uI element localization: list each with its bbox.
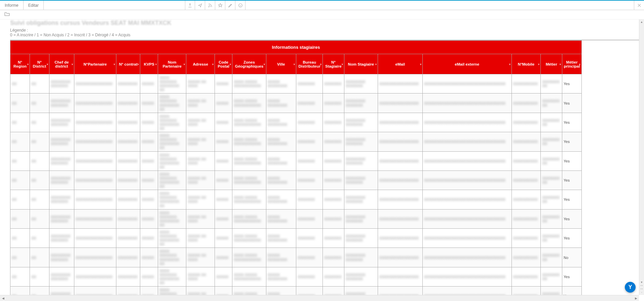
scroll-left-icon[interactable]: ◀ xyxy=(0,295,6,301)
share-icon[interactable] xyxy=(195,1,205,10)
column-header[interactable]: N° Region▾ xyxy=(10,54,30,74)
table-cell: XXXXXXXXXXXXXXX xyxy=(74,93,116,113)
star-icon[interactable] xyxy=(215,1,225,10)
vertical-scrollbar[interactable]: ▲ ▼ ˅˅˅˅ˇ xyxy=(639,20,644,295)
export-icon[interactable] xyxy=(185,1,195,10)
column-header[interactable]: Zones Géographiques▾ xyxy=(232,54,266,74)
table-cell: XXXX XXXXX XXXXXXXXXXX xyxy=(232,171,266,190)
close-icon[interactable] xyxy=(634,1,644,10)
table-cell: XXXXXXXXXXXXXXXX xyxy=(378,151,422,171)
table-row[interactable]: XXXXXXXXXXXX XXXXXXXXXXXXXXXXXXXXXXXXXXX… xyxy=(10,229,582,248)
table-cell: XXXXX xyxy=(140,209,158,228)
table-cell: XXXXXXX xyxy=(323,113,344,132)
column-header[interactable]: eMail externe▾ xyxy=(422,54,512,74)
sort-icon[interactable]: ▾ xyxy=(138,63,139,66)
folder-icon[interactable] xyxy=(3,10,11,20)
sort-icon[interactable]: ▾ xyxy=(230,63,231,66)
table-cell: XXXXXXXX XXXXXXX xyxy=(344,248,378,267)
sort-icon[interactable]: ▾ xyxy=(579,63,580,66)
column-header[interactable]: N°Partenaire▾ xyxy=(74,54,116,74)
sort-icon[interactable]: ▾ xyxy=(155,63,157,66)
table-cell: XXXXXXXXXX xyxy=(512,287,541,295)
table-row[interactable]: XXXXXXXXXXXX XXXXXXXXXXXXXXXXXXXXXXXXXXX… xyxy=(10,151,582,171)
table-row[interactable]: XXXXXXXXXXXX XXXXXXXXXXXXXXXXXXXXXXXXXXX… xyxy=(10,190,582,209)
sort-icon[interactable]: ▾ xyxy=(342,63,343,66)
table-cell: XXXXX XX XXXX xyxy=(186,151,215,171)
table-row[interactable]: XXXXXXXXXXXX XXXXXXXXXXXXXXXXXXXXXXXXXXX… xyxy=(10,171,582,190)
sort-icon[interactable]: ▾ xyxy=(212,63,214,66)
table-row[interactable]: XXXXXXXXXXXX XXXXXXXXXXXXXXXXXXXXXXXXXXX… xyxy=(10,209,582,228)
table-row[interactable]: XXXXXXXXXXXX XXXXXXXXXXXXXXXXXXXXXXXXXXX… xyxy=(10,267,582,286)
sort-icon[interactable]: ▾ xyxy=(294,63,295,66)
table-cell: XX xyxy=(10,287,30,295)
table-cell: XXXXX xyxy=(215,287,232,295)
sort-icon[interactable]: ▾ xyxy=(27,63,29,66)
sort-icon[interactable]: ▾ xyxy=(114,63,115,66)
sort-icon[interactable]: ▾ xyxy=(264,63,265,66)
column-header[interactable]: N° contrat▾ xyxy=(116,54,140,74)
column-header[interactable]: Ville▾ xyxy=(266,54,296,74)
table-cell: XXXXX xyxy=(215,151,232,171)
column-header[interactable]: Nom Partenaire▾ xyxy=(158,54,186,74)
column-header[interactable]: N°Mobile▾ xyxy=(512,54,541,74)
edit-icon[interactable] xyxy=(225,1,235,10)
table-cell: XXXXX XX XXXX xyxy=(186,190,215,209)
table-cell: XXXXXXX xyxy=(296,190,323,209)
table-cell: XX xyxy=(10,171,30,190)
table-row[interactable]: XXXXXXXXXXXX XXXXXXXXXXXXXXXXXXXXXXXXXXX… xyxy=(10,93,582,113)
data-table-scroll[interactable]: Informations stagiaires N° Region▾N° Dis… xyxy=(10,40,639,295)
sort-icon[interactable]: ▾ xyxy=(509,63,510,66)
scroll-page-icon[interactable]: ˅˅˅˅ˇ xyxy=(639,285,644,295)
column-header[interactable]: Chef de district▾ xyxy=(49,54,74,74)
horizontal-scrollbar[interactable]: ◀ ▶ xyxy=(0,295,639,301)
sort-icon[interactable]: ▾ xyxy=(47,63,48,66)
table-cell: XX xyxy=(30,267,49,286)
table-row[interactable]: XXXXXXXXXXXX XXXXXXXXXXXXXXXXXXXXXXXXXXX… xyxy=(10,113,582,132)
table-cell: XXXX XXXXX XXXXXXXXXXX xyxy=(232,287,266,295)
table-row[interactable]: XXXXXXXXXXXX XXXXXXXXXXXXXXXXXXXXXXXXXXX… xyxy=(10,248,582,267)
column-header[interactable]: Métier▾ xyxy=(541,54,562,74)
sort-icon[interactable]: ▾ xyxy=(375,63,377,66)
yammer-button[interactable]: Y xyxy=(625,282,636,293)
sort-icon[interactable]: ▾ xyxy=(320,63,321,66)
table-cell: XXXXXXXXXX xyxy=(512,74,541,93)
info-icon[interactable] xyxy=(235,1,245,10)
table-cell: XX xyxy=(30,287,49,295)
column-header[interactable]: N° Stagiaire▾ xyxy=(323,54,344,74)
table-cell: XXXX XXXXX XXXXXXXXXXX xyxy=(232,267,266,286)
table-cell: XXXXXXX xyxy=(296,151,323,171)
table-cell: XXXXXXXX xyxy=(116,287,140,295)
scroll-right-icon[interactable]: ▶ xyxy=(633,295,639,301)
sort-icon[interactable]: ▾ xyxy=(72,63,73,66)
table-cell: XXXX XXXXXXX XXXXXXXX XX xyxy=(158,287,186,295)
table-cell: XXXX XXXXXXX XXXXXXXX XX xyxy=(158,132,186,151)
column-header[interactable]: KVPS▾ xyxy=(140,54,158,74)
column-header[interactable]: N° District▾ xyxy=(30,54,49,74)
table-cell: XX xyxy=(10,248,30,267)
sort-icon[interactable]: ▾ xyxy=(538,63,539,66)
rss-icon[interactable] xyxy=(205,1,215,10)
table-cell: XXXXXXXX XXXXXXX xyxy=(344,113,378,132)
table-cell: XXXXXXX xyxy=(323,287,344,295)
column-header[interactable]: Code Postal▾ xyxy=(215,54,232,74)
column-header[interactable]: Nom Stagiaire▾ xyxy=(344,54,378,74)
column-header[interactable]: eMail▾ xyxy=(378,54,422,74)
table-row[interactable]: XXXXXXXXXXXX XXXXXXXXXXXXXXXXXXXXXXXXXXX… xyxy=(10,132,582,151)
table-row[interactable]: XXXXXXXXXXXX XXXXXXXXXXXXXXXXXXXXXXXXXXX… xyxy=(10,74,582,93)
scroll-up-icon[interactable]: ▲ xyxy=(639,20,644,25)
table-cell: XX xyxy=(30,171,49,190)
scroll-down-icon[interactable]: ▼ xyxy=(639,280,644,285)
sort-icon[interactable]: ▾ xyxy=(184,63,185,66)
informe-button[interactable]: Informe xyxy=(0,1,24,10)
editar-button[interactable]: Editar xyxy=(24,1,44,10)
table-cell: XXXXXXXXXXXXXXX xyxy=(74,209,116,228)
table-cell: XX xyxy=(30,74,49,93)
column-header[interactable]: Bureau Distributeur▾ xyxy=(296,54,323,74)
sort-icon[interactable]: ▾ xyxy=(420,63,421,66)
sort-icon[interactable]: ▾ xyxy=(560,63,561,66)
column-header[interactable]: Métier principal▾ xyxy=(562,54,581,74)
table-row[interactable]: XXXXXXXXXXXX XXXXXXXXXXXXXXXXXXXXXXXXXXX… xyxy=(10,287,582,295)
table-cell: XXXX XXXXX XXXXXXXXXXX xyxy=(232,209,266,228)
table-cell: XXXXX XXXXXXXX xyxy=(266,151,296,171)
column-header[interactable]: Adresse▾ xyxy=(186,54,215,74)
